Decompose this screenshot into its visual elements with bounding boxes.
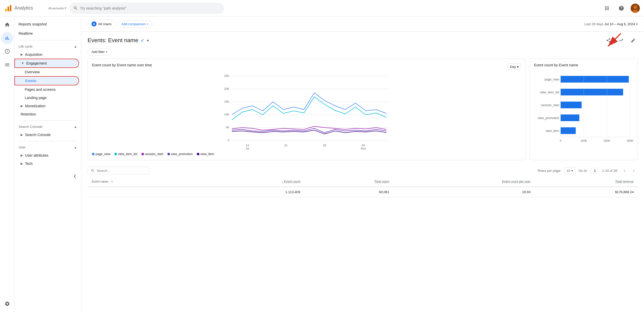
sidebar-item-engagement[interactable]: ▼ Engagement <box>14 59 79 68</box>
sidebar-item-acquisition[interactable]: ▶ Acquisition <box>14 50 79 59</box>
sidebar-divider-2 <box>19 120 77 121</box>
advertising-nav-btn[interactable] <box>1 59 13 71</box>
line-chart-container: Event count by Event name over time Day … <box>88 59 526 160</box>
overview-label: Overview <box>25 70 40 74</box>
rows-per-page-label: Rows per page: <box>538 169 561 173</box>
legend-view-item: view_item <box>197 152 214 156</box>
col-total-revenue[interactable]: Total revenue <box>535 177 638 187</box>
add-comparison-btn[interactable]: Add comparison + <box>117 20 152 28</box>
search-input[interactable] <box>80 6 220 10</box>
sidebar-item-monetization[interactable]: ▶ Monetization <box>14 102 79 110</box>
all-users-btn[interactable]: A All Users <box>88 20 115 28</box>
sidebar-item-realtime[interactable]: Realtime <box>14 29 81 38</box>
date-chevron: ▾ <box>636 22 638 26</box>
go-to-input[interactable] <box>591 168 599 173</box>
bar-session-start <box>561 102 582 108</box>
date-range-selector[interactable]: Last 28 days Jul 10 – Aug 6, 2024 ▾ <box>584 22 638 26</box>
search-bar[interactable] <box>69 3 224 14</box>
logo-area: Analytics <box>4 4 45 12</box>
help-icon-btn[interactable] <box>616 3 626 13</box>
svg-text:10K: 10K <box>224 113 229 116</box>
sidebar-collapse-btn[interactable]: ❮ <box>71 172 79 180</box>
bar-chart-icon <box>4 35 10 41</box>
explore-nav-btn[interactable] <box>1 45 13 58</box>
report-title: Events: Event name ✓ ▾ <box>88 37 149 44</box>
bar-chart-title: Event count by Event name <box>534 63 633 67</box>
sidebar-divider-1 <box>19 40 77 40</box>
date-range-value: Jul 10 – Aug 6, 2024 <box>604 22 635 26</box>
search-console-section[interactable]: Search Console ▲ <box>14 123 81 131</box>
lifecycle-chevron: ▲ <box>74 45 77 48</box>
report-actions <box>604 36 638 45</box>
icon-nav <box>0 16 14 312</box>
view-item-list-dot <box>114 153 117 155</box>
sidebar-item-landing-page[interactable]: Landing page <box>14 94 79 102</box>
share-icon <box>606 38 611 43</box>
col-event-count[interactable]: ↓ Event count <box>201 177 304 187</box>
sidebar-item-reports-snapshot[interactable]: Reports snapshot <box>14 20 81 29</box>
sidebar-item-events[interactable]: Events <box>14 76 79 85</box>
chart-controls: Event count by Event name over time Day … <box>92 63 521 70</box>
rows-per-page-select[interactable]: 10 ▾ <box>564 167 575 174</box>
report-title-chevron[interactable]: ▾ <box>147 38 149 43</box>
user-attributes-label: User attributes <box>25 153 48 157</box>
sidebar: Reports snapshot Realtime Life cycle ▲ ▶… <box>14 16 81 312</box>
filter-row2: Add filter + <box>81 47 644 59</box>
view-promotion-dot <box>167 153 170 155</box>
prev-page-btn[interactable]: ‹ <box>620 166 629 175</box>
topbar-right <box>602 3 640 13</box>
day-select[interactable]: Day ▾ <box>508 64 521 70</box>
rows-select-chevron: ▾ <box>571 169 573 173</box>
svg-text:15K: 15K <box>224 100 229 103</box>
app-name: Analytics <box>14 5 33 11</box>
lifecycle-section[interactable]: Life cycle ▲ <box>14 42 81 50</box>
col-total-users[interactable]: Total users <box>304 177 394 187</box>
pagination-nav: ‹ › <box>620 166 638 175</box>
trending-btn[interactable] <box>616 36 625 45</box>
page-view-legend-label: page_view <box>96 152 110 156</box>
sidebar-item-pages-screens[interactable]: Pages and screens <box>14 85 79 94</box>
apps-icon <box>604 5 610 11</box>
verified-icon: ✓ <box>140 37 145 43</box>
sidebar-item-user-attributes[interactable]: ▶ User attributes <box>14 151 79 159</box>
add-col-icon[interactable]: + <box>111 180 113 183</box>
table-search-input[interactable] <box>97 169 146 173</box>
sidebar-item-overview[interactable]: Overview <box>14 68 79 76</box>
table-toolbar: Rows per page: 10 ▾ Go to: 1-10 of 26 ‹ … <box>88 164 638 177</box>
col-event-name[interactable]: Event name + <box>88 177 201 187</box>
sidebar-item-search-console[interactable]: ▶ Search Console <box>14 131 79 139</box>
realtime-label: Realtime <box>19 31 33 35</box>
account-chevron: ▾ <box>65 6 66 10</box>
svg-text:Jul: Jul <box>245 147 249 149</box>
user-section-label: User <box>19 145 26 149</box>
acquisition-expand-icon: ▶ <box>21 53 23 56</box>
reports-nav-btn[interactable] <box>1 32 13 44</box>
lifecycle-label: Life cycle <box>19 44 32 48</box>
sidebar-item-retention[interactable]: Retention <box>14 110 79 118</box>
home-nav-btn[interactable] <box>1 19 13 31</box>
bar-view-promotion <box>561 114 579 121</box>
user-avatar[interactable] <box>631 4 640 13</box>
sidebar-item-tech[interactable]: ▶ Tech <box>14 159 79 168</box>
table-pagination: Rows per page: 10 ▾ Go to: 1-10 of 26 ‹ … <box>538 166 638 175</box>
monetization-label: Monetization <box>25 104 45 108</box>
filter-row: A All Users Add comparison + <box>88 20 152 28</box>
add-filter-plus: + <box>106 50 108 54</box>
apps-icon-btn[interactable] <box>602 3 612 13</box>
cell-event-count-per-user: 19.93 <box>393 187 535 197</box>
add-filter-btn[interactable]: Add filter + <box>88 48 112 56</box>
next-page-btn[interactable]: › <box>630 166 638 175</box>
table-search[interactable] <box>88 167 149 174</box>
edit-btn[interactable] <box>629 36 638 45</box>
svg-text:25K: 25K <box>224 74 229 77</box>
settings-nav-btn[interactable] <box>1 298 13 310</box>
retention-label: Retention <box>21 112 36 116</box>
share-btn[interactable] <box>604 36 613 45</box>
account-selector[interactable]: All accounts ▾ <box>48 6 66 10</box>
view-item-list-legend-label: view_item_list <box>118 152 137 156</box>
col-event-count-per-user[interactable]: Event count per user <box>393 177 535 187</box>
reports-snapshot-label: Reports snapshot <box>19 22 47 26</box>
col-total-users-label: Total users <box>374 180 389 183</box>
tech-expand-icon: ▶ <box>21 162 23 165</box>
user-section[interactable]: User ▲ <box>14 143 81 151</box>
